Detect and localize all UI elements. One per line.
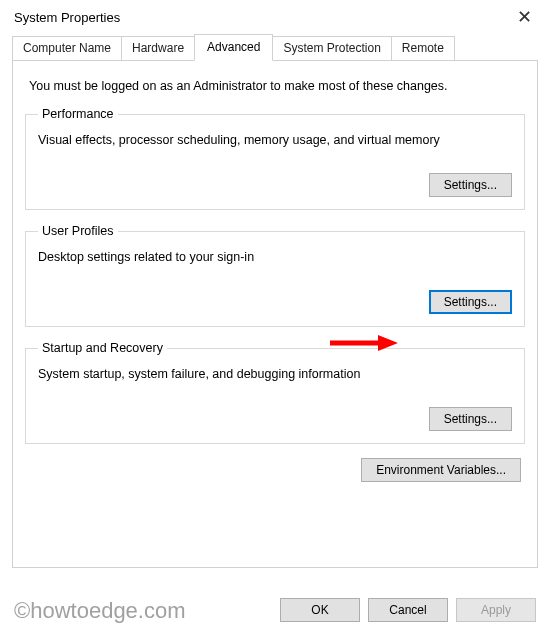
environment-variables-button[interactable]: Environment Variables...: [361, 458, 521, 482]
performance-group: Performance Visual effects, processor sc…: [25, 107, 525, 210]
user-profiles-desc: Desktop settings related to your sign-in: [38, 250, 512, 264]
ok-button[interactable]: OK: [280, 598, 360, 622]
startup-recovery-settings-button[interactable]: Settings...: [429, 407, 512, 431]
tab-advanced[interactable]: Advanced: [194, 34, 273, 61]
watermark: ©howtoedge.com: [14, 598, 186, 624]
performance-legend: Performance: [38, 107, 118, 121]
startup-recovery-legend: Startup and Recovery: [38, 341, 167, 355]
tab-remote[interactable]: Remote: [391, 36, 455, 63]
window-title: System Properties: [14, 10, 120, 25]
close-icon[interactable]: ✕: [510, 8, 538, 26]
apply-button[interactable]: Apply: [456, 598, 536, 622]
startup-recovery-desc: System startup, system failure, and debu…: [38, 367, 512, 381]
user-profiles-legend: User Profiles: [38, 224, 118, 238]
performance-settings-button[interactable]: Settings...: [429, 173, 512, 197]
performance-desc: Visual effects, processor scheduling, me…: [38, 133, 512, 147]
tab-strip: Computer Name Hardware Advanced System P…: [0, 34, 550, 61]
cancel-button[interactable]: Cancel: [368, 598, 448, 622]
intro-text: You must be logged on as an Administrato…: [29, 79, 525, 93]
tab-hardware[interactable]: Hardware: [121, 36, 195, 63]
titlebar: System Properties ✕: [0, 0, 550, 34]
user-profiles-settings-button[interactable]: Settings...: [429, 290, 512, 314]
startup-recovery-group: Startup and Recovery System startup, sys…: [25, 341, 525, 444]
advanced-panel: You must be logged on as an Administrato…: [12, 60, 538, 568]
user-profiles-group: User Profiles Desktop settings related t…: [25, 224, 525, 327]
tab-computer-name[interactable]: Computer Name: [12, 36, 122, 63]
tab-system-protection[interactable]: System Protection: [272, 36, 391, 63]
